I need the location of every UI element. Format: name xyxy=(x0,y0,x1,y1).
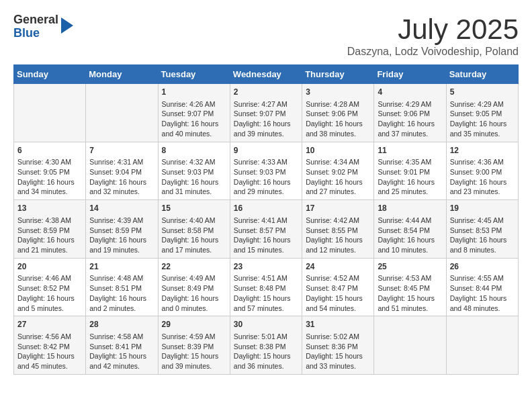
day-number: 6 xyxy=(17,145,82,156)
day-number: 29 xyxy=(162,319,226,330)
calendar-cell: 27Sunrise: 4:56 AM Sunset: 8:42 PM Dayli… xyxy=(14,316,86,375)
header-cell-monday: Monday xyxy=(86,65,158,84)
calendar-cell: 28Sunrise: 4:58 AM Sunset: 8:41 PM Dayli… xyxy=(86,316,158,375)
calendar-cell: 7Sunrise: 4:31 AM Sunset: 9:04 PM Daylig… xyxy=(86,142,158,200)
calendar-cell: 4Sunrise: 4:29 AM Sunset: 9:06 PM Daylig… xyxy=(374,84,446,142)
day-number: 1 xyxy=(162,87,226,98)
day-detail: Sunrise: 4:56 AM Sunset: 8:42 PM Dayligh… xyxy=(17,332,82,371)
day-detail: Sunrise: 4:29 AM Sunset: 9:06 PM Dayligh… xyxy=(378,99,442,139)
calendar-week-4: 20Sunrise: 4:46 AM Sunset: 8:52 PM Dayli… xyxy=(14,258,519,316)
calendar-cell: 20Sunrise: 4:46 AM Sunset: 8:52 PM Dayli… xyxy=(14,258,86,316)
logo-arrow-icon xyxy=(61,17,73,34)
calendar-week-5: 27Sunrise: 4:56 AM Sunset: 8:42 PM Dayli… xyxy=(14,316,519,375)
day-detail: Sunrise: 4:52 AM Sunset: 8:47 PM Dayligh… xyxy=(306,273,370,313)
day-number: 7 xyxy=(89,145,154,156)
location-label: Daszyna, Lodz Voivodeship, Poland xyxy=(347,46,519,58)
calendar-cell: 22Sunrise: 4:49 AM Sunset: 8:49 PM Dayli… xyxy=(158,258,230,316)
calendar-cell: 13Sunrise: 4:38 AM Sunset: 8:59 PM Dayli… xyxy=(14,200,86,259)
calendar-cell: 11Sunrise: 4:35 AM Sunset: 9:01 PM Dayli… xyxy=(374,142,446,200)
day-detail: Sunrise: 4:39 AM Sunset: 8:59 PM Dayligh… xyxy=(89,216,154,255)
day-detail: Sunrise: 4:36 AM Sunset: 9:00 PM Dayligh… xyxy=(450,157,515,197)
day-detail: Sunrise: 5:02 AM Sunset: 8:36 PM Dayligh… xyxy=(306,332,370,371)
day-detail: Sunrise: 4:35 AM Sunset: 9:01 PM Dayligh… xyxy=(378,157,442,197)
calendar-cell: 14Sunrise: 4:39 AM Sunset: 8:59 PM Dayli… xyxy=(86,200,158,259)
day-number: 27 xyxy=(17,319,82,330)
day-number: 20 xyxy=(17,261,82,273)
calendar-cell: 26Sunrise: 4:55 AM Sunset: 8:44 PM Dayli… xyxy=(446,258,518,316)
calendar-header: SundayMondayTuesdayWednesdayThursdayFrid… xyxy=(14,65,519,84)
calendar-cell xyxy=(14,84,86,142)
calendar-cell: 24Sunrise: 4:52 AM Sunset: 8:47 PM Dayli… xyxy=(302,258,374,316)
calendar-cell: 17Sunrise: 4:42 AM Sunset: 8:55 PM Dayli… xyxy=(302,200,374,259)
calendar-cell xyxy=(446,316,518,375)
day-number: 26 xyxy=(450,261,515,273)
day-number: 17 xyxy=(306,203,370,214)
calendar-week-3: 13Sunrise: 4:38 AM Sunset: 8:59 PM Dayli… xyxy=(14,200,519,259)
day-number: 21 xyxy=(89,261,154,273)
day-number: 16 xyxy=(234,203,298,214)
day-number: 2 xyxy=(234,87,298,98)
day-detail: Sunrise: 4:49 AM Sunset: 8:49 PM Dayligh… xyxy=(162,273,226,313)
day-number: 18 xyxy=(378,203,442,214)
calendar-cell xyxy=(374,316,446,375)
day-number: 28 xyxy=(89,319,154,330)
day-detail: Sunrise: 4:32 AM Sunset: 9:03 PM Dayligh… xyxy=(162,157,226,197)
day-number: 30 xyxy=(234,319,298,330)
calendar-cell: 1Sunrise: 4:26 AM Sunset: 9:07 PM Daylig… xyxy=(158,84,230,142)
header-cell-sunday: Sunday xyxy=(14,65,86,84)
day-number: 25 xyxy=(378,261,442,273)
calendar-cell: 8Sunrise: 4:32 AM Sunset: 9:03 PM Daylig… xyxy=(158,142,230,200)
day-detail: Sunrise: 4:29 AM Sunset: 9:05 PM Dayligh… xyxy=(450,99,515,139)
calendar-cell: 25Sunrise: 4:53 AM Sunset: 8:45 PM Dayli… xyxy=(374,258,446,316)
calendar-table: SundayMondayTuesdayWednesdayThursdayFrid… xyxy=(13,64,519,375)
calendar-cell: 12Sunrise: 4:36 AM Sunset: 9:00 PM Dayli… xyxy=(446,142,518,200)
day-number: 4 xyxy=(378,87,442,98)
day-number: 15 xyxy=(162,203,226,214)
day-detail: Sunrise: 4:44 AM Sunset: 8:54 PM Dayligh… xyxy=(378,216,442,255)
logo: General Blue xyxy=(13,13,73,40)
calendar-cell: 30Sunrise: 5:01 AM Sunset: 8:38 PM Dayli… xyxy=(230,316,302,375)
day-detail: Sunrise: 4:40 AM Sunset: 8:58 PM Dayligh… xyxy=(162,216,226,255)
calendar-cell: 19Sunrise: 4:45 AM Sunset: 8:53 PM Dayli… xyxy=(446,200,518,259)
calendar-cell: 23Sunrise: 4:51 AM Sunset: 8:48 PM Dayli… xyxy=(230,258,302,316)
calendar-week-2: 6Sunrise: 4:30 AM Sunset: 9:05 PM Daylig… xyxy=(14,142,519,200)
calendar-cell: 6Sunrise: 4:30 AM Sunset: 9:05 PM Daylig… xyxy=(14,142,86,200)
day-detail: Sunrise: 4:28 AM Sunset: 9:06 PM Dayligh… xyxy=(306,99,370,139)
calendar-body: 1Sunrise: 4:26 AM Sunset: 9:07 PM Daylig… xyxy=(14,84,519,375)
day-number: 14 xyxy=(89,203,154,214)
day-detail: Sunrise: 4:53 AM Sunset: 8:45 PM Dayligh… xyxy=(378,273,442,313)
calendar-cell: 15Sunrise: 4:40 AM Sunset: 8:58 PM Dayli… xyxy=(158,200,230,259)
day-detail: Sunrise: 4:48 AM Sunset: 8:51 PM Dayligh… xyxy=(89,273,154,313)
day-number: 3 xyxy=(306,87,370,98)
header-cell-wednesday: Wednesday xyxy=(230,65,302,84)
header-cell-friday: Friday xyxy=(374,65,446,84)
day-detail: Sunrise: 4:38 AM Sunset: 8:59 PM Dayligh… xyxy=(17,216,82,255)
day-number: 23 xyxy=(234,261,298,273)
logo-blue: Blue xyxy=(13,26,40,40)
day-number: 5 xyxy=(450,87,515,98)
day-number: 12 xyxy=(450,145,515,156)
day-number: 9 xyxy=(234,145,298,156)
calendar-cell xyxy=(86,84,158,142)
page-header: General Blue July 2025 Daszyna, Lodz Voi… xyxy=(13,13,519,58)
day-detail: Sunrise: 4:45 AM Sunset: 8:53 PM Dayligh… xyxy=(450,216,515,255)
calendar-cell: 9Sunrise: 4:33 AM Sunset: 9:03 PM Daylig… xyxy=(230,142,302,200)
day-detail: Sunrise: 5:01 AM Sunset: 8:38 PM Dayligh… xyxy=(234,332,298,371)
day-number: 22 xyxy=(162,261,226,273)
calendar-cell: 16Sunrise: 4:41 AM Sunset: 8:57 PM Dayli… xyxy=(230,200,302,259)
day-detail: Sunrise: 4:58 AM Sunset: 8:41 PM Dayligh… xyxy=(89,332,154,371)
title-section: July 2025 Daszyna, Lodz Voivodeship, Pol… xyxy=(347,13,519,58)
day-detail: Sunrise: 4:59 AM Sunset: 8:39 PM Dayligh… xyxy=(162,332,226,371)
day-number: 31 xyxy=(306,319,370,330)
calendar-week-1: 1Sunrise: 4:26 AM Sunset: 9:07 PM Daylig… xyxy=(14,84,519,142)
day-detail: Sunrise: 4:27 AM Sunset: 9:07 PM Dayligh… xyxy=(234,99,298,139)
header-row: SundayMondayTuesdayWednesdayThursdayFrid… xyxy=(14,65,519,84)
header-cell-thursday: Thursday xyxy=(302,65,374,84)
day-number: 19 xyxy=(450,203,515,214)
header-cell-tuesday: Tuesday xyxy=(158,65,230,84)
calendar-cell: 21Sunrise: 4:48 AM Sunset: 8:51 PM Dayli… xyxy=(86,258,158,316)
day-detail: Sunrise: 4:42 AM Sunset: 8:55 PM Dayligh… xyxy=(306,216,370,255)
day-detail: Sunrise: 4:31 AM Sunset: 9:04 PM Dayligh… xyxy=(89,157,154,197)
day-detail: Sunrise: 4:41 AM Sunset: 8:57 PM Dayligh… xyxy=(234,216,298,255)
calendar-cell: 2Sunrise: 4:27 AM Sunset: 9:07 PM Daylig… xyxy=(230,84,302,142)
